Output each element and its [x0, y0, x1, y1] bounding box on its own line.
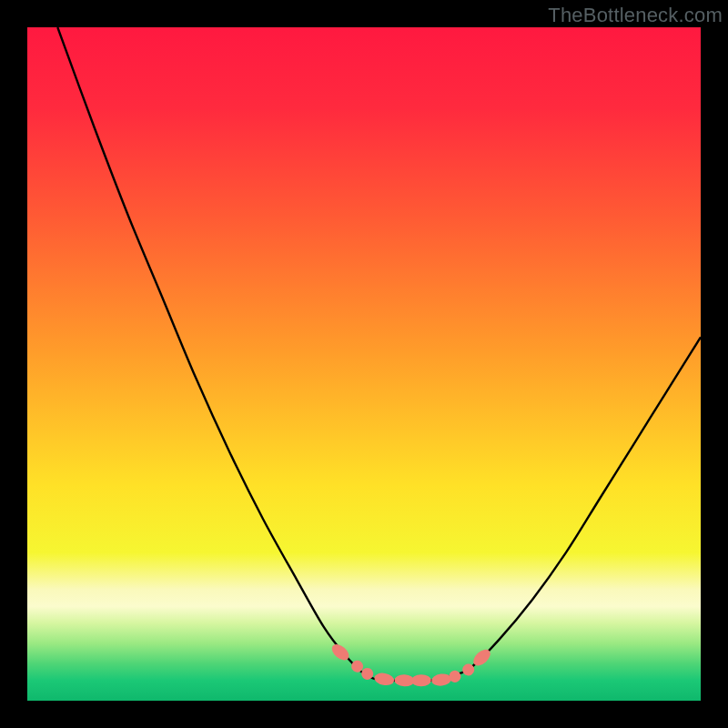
chart-svg	[27, 27, 701, 701]
chart-frame: TheBottleneck.com	[0, 0, 728, 728]
plot-area	[27, 27, 701, 701]
gradient-background	[27, 27, 701, 701]
watermark-text: TheBottleneck.com	[548, 4, 723, 27]
